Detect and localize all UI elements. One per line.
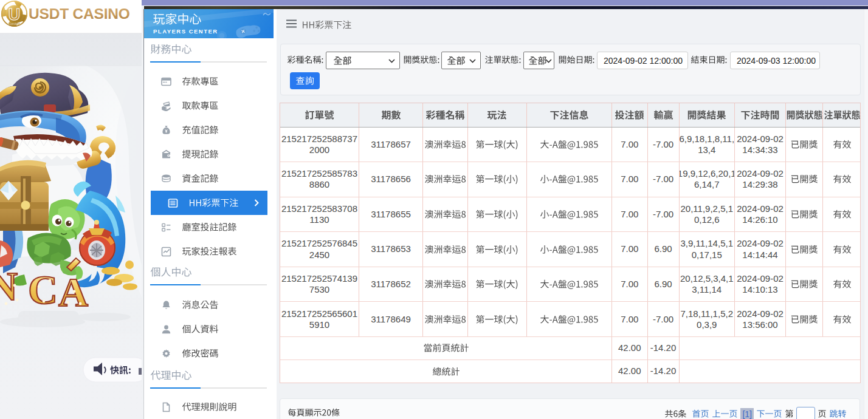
svg-text:USDT CASINO: USDT CASINO [29, 5, 130, 22]
svg-text:Casino: Casino [8, 22, 20, 26]
svg-text:U: U [9, 5, 21, 24]
